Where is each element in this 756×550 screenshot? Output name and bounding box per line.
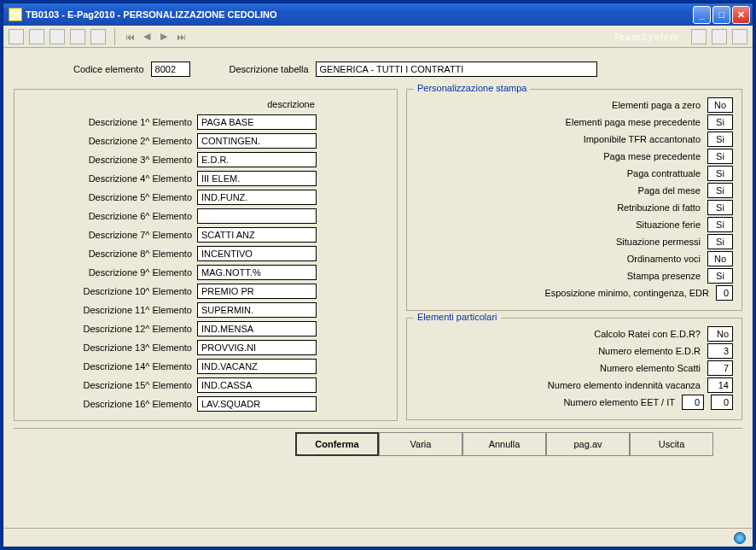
ps-label: Imponibile TFR accantonato — [416, 134, 701, 144]
ps-field[interactable]: Si — [707, 217, 733, 232]
elem-part-row: Numero elemento E.D.R3 — [416, 342, 733, 360]
elem-part-legend: Elementi particolari — [414, 312, 501, 322]
ep-field[interactable]: 3 — [707, 343, 733, 359]
ps-field[interactable]: Si — [707, 166, 733, 181]
descrizione-field[interactable]: INCENTIVO — [197, 246, 317, 261]
toolbar-icon-1[interactable] — [9, 29, 24, 44]
descrizioni-panel: descrizione Descrizione 1^ ElementoPAGA … — [14, 89, 398, 421]
pagav-button[interactable]: pag.av — [546, 432, 630, 456]
pers-stampa-row: Imponibile TFR accantonatoSi — [416, 131, 733, 148]
pers-stampa-row: Retribuzione di fattoSi — [416, 199, 733, 216]
pers-stampa-row: Esposizione minimo, contingenza, EDR0 — [416, 284, 733, 301]
descrizione-label: Descrizione 16^ Elemento — [21, 399, 192, 409]
ps-label: Ordinamento voci — [416, 254, 701, 264]
eet-field-2[interactable]: 0 — [711, 395, 733, 410]
descrizione-label: Descrizione 12^ Elemento — [21, 324, 192, 334]
descrizione-field[interactable]: IND.FUNZ. — [197, 190, 317, 205]
ps-label: Situazione permessi — [416, 237, 701, 247]
descrizione-field[interactable]: MAG.NOTT.% — [197, 265, 317, 280]
toolbar-icon-r3[interactable] — [732, 29, 747, 44]
descrizione-field[interactable]: IND.CASSA — [197, 377, 317, 393]
eet-label: Numero elemento EET / IT — [416, 397, 675, 407]
toolbar-icon-4[interactable] — [70, 29, 85, 44]
descrizione-field[interactable]: PREMIO PR — [197, 284, 317, 299]
ps-field[interactable]: Si — [707, 132, 733, 147]
pers-stampa-row: Ordinamento vociNo — [416, 250, 733, 267]
toolbar-icon-2[interactable] — [29, 29, 44, 44]
nav-prev-icon[interactable]: ◀ — [141, 31, 153, 42]
descrizione-row: Descrizione 15^ ElementoIND.CASSA — [21, 376, 390, 395]
ep-label: Calcolo Ratei con E.D.R? — [416, 329, 701, 339]
descrizione-label: Descrizione 5^ Elemento — [21, 192, 192, 202]
ps-field[interactable]: No — [707, 97, 733, 113]
toolbar-icon-3[interactable] — [49, 29, 65, 44]
app-icon — [9, 8, 22, 21]
pers-stampa-row: Situazione permessiSi — [416, 233, 733, 250]
pers-stampa-legend: Personalizzazione stampa — [414, 83, 530, 93]
ep-field[interactable]: No — [707, 326, 733, 342]
ep-field[interactable]: 7 — [707, 360, 733, 376]
ep-field[interactable]: 14 — [707, 377, 733, 393]
descrizione-tabella-field[interactable]: GENERICA - TUTTI I CONTRATTI — [316, 61, 597, 77]
ps-field[interactable]: Si — [707, 268, 733, 284]
descrizione-label: Descrizione 10^ Elemento — [21, 286, 192, 296]
annulla-button[interactable]: Annulla — [462, 432, 546, 456]
ps-field[interactable]: Si — [707, 200, 733, 215]
descrizione-field[interactable]: PROVVIG.NI — [197, 340, 317, 355]
descrizione-label: Descrizione 1^ Elemento — [21, 117, 192, 127]
app-window: TB0103 - E-Pag2010 - PERSONALIZZAZIONE C… — [3, 3, 753, 547]
pers-stampa-row: Situazione ferieSi — [416, 216, 733, 233]
uscita-button[interactable]: Uscita — [630, 432, 713, 456]
ps-field[interactable]: Si — [707, 234, 733, 249]
ps-field[interactable]: No — [707, 251, 733, 266]
codice-elemento-field[interactable]: 8002 — [151, 61, 190, 77]
nav-first-icon[interactable]: ⏮ — [124, 32, 136, 42]
descrizione-field[interactable]: IND.VACANZ — [197, 359, 317, 374]
descrizione-row: Descrizione 11^ ElementoSUPERMIN. — [21, 301, 390, 319]
ps-label: Elementi paga mese precedente — [416, 117, 701, 127]
ps-label: Elementi paga a zero — [416, 100, 701, 110]
descrizione-field[interactable]: PAGA BASE — [197, 114, 317, 130]
descrizione-label: Descrizione 6^ Elemento — [21, 211, 192, 221]
descrizione-field[interactable]: SCATTI ANZ — [197, 227, 317, 243]
maximize-button[interactable]: □ — [712, 6, 730, 24]
nav-next-icon[interactable]: ▶ — [158, 31, 170, 42]
pers-stampa-row: Elementi paga mese precedenteSi — [416, 114, 733, 131]
minimize-button[interactable]: _ — [693, 6, 711, 24]
brand-logo: TeamSystem — [192, 32, 686, 42]
ps-field[interactable]: 0 — [716, 285, 733, 301]
descrizione-field[interactable]: III ELEM. — [197, 171, 317, 186]
ps-field[interactable]: Si — [707, 149, 733, 164]
nav-last-icon[interactable]: ⏭ — [175, 32, 187, 42]
varia-button[interactable]: Varia — [379, 432, 462, 456]
ps-field[interactable]: Si — [707, 183, 733, 198]
statusbar — [3, 528, 753, 547]
descrizione-row: Descrizione 6^ Elemento — [21, 207, 390, 225]
descrizione-field[interactable]: IND.MENSA — [197, 321, 317, 336]
conferma-button[interactable]: Conferma — [295, 432, 379, 456]
descrizione-label: Descrizione 14^ Elemento — [21, 361, 192, 372]
descrizione-row: Descrizione 1^ ElementoPAGA BASE — [21, 113, 390, 132]
ep-label: Numero elemento Scatti — [416, 363, 701, 373]
descrizione-row: Descrizione 4^ ElementoIII ELEM. — [21, 169, 390, 188]
descrizione-row: Descrizione 5^ ElementoIND.FUNZ. — [21, 188, 390, 207]
personalizzazione-stampa-panel: Personalizzazione stampa Elementi paga a… — [406, 89, 742, 311]
descrizione-field[interactable] — [197, 208, 317, 224]
descrizione-field[interactable]: CONTINGEN. — [197, 133, 317, 149]
descrizione-field[interactable]: LAV.SQUADR — [197, 396, 317, 412]
toolbar-icon-r2[interactable] — [712, 29, 727, 44]
descrizione-field[interactable]: E.D.R. — [197, 152, 317, 167]
descrizione-row: Descrizione 7^ ElementoSCATTI ANZ — [21, 225, 390, 244]
ps-field[interactable]: Si — [707, 114, 733, 130]
descrizione-label: Descrizione 9^ Elemento — [21, 267, 192, 278]
descrizione-row: Descrizione 14^ ElementoIND.VACANZ — [21, 357, 390, 376]
eet-field-1[interactable]: 0 — [682, 395, 704, 410]
close-button[interactable]: ✕ — [732, 6, 750, 24]
descrizione-label: Descrizione 7^ Elemento — [21, 230, 192, 240]
toolbar-icon-r1[interactable] — [691, 29, 707, 44]
descrizione-field[interactable]: SUPERMIN. — [197, 302, 317, 318]
descrizione-label: Descrizione 4^ Elemento — [21, 173, 192, 184]
status-bubble-icon — [734, 532, 746, 544]
descrizione-label: Descrizione 15^ Elemento — [21, 380, 192, 390]
toolbar-icon-5[interactable] — [90, 29, 106, 44]
